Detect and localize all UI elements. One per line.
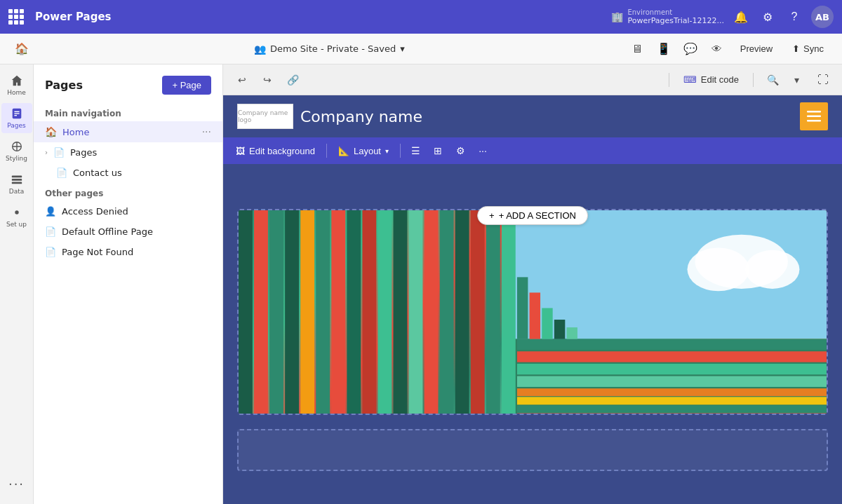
layout-button[interactable]: 📐 Layout ▾ (331, 143, 396, 159)
panel-title: Pages (45, 79, 83, 92)
settings-icon[interactable]: ⚙ (758, 7, 777, 27)
svg-rect-38 (517, 376, 827, 387)
nav-item-page-not-found[interactable]: 📄 Page Not Found (34, 242, 222, 262)
align-icon[interactable]: ☰ (405, 140, 426, 161)
hero-image (239, 210, 827, 414)
svg-rect-24 (347, 210, 361, 414)
env-info: Environment PowerPagesTrial-12122... (627, 8, 724, 25)
sync-button[interactable]: ⬆ Sync (785, 41, 831, 57)
edit-code-label: Edit code (701, 74, 739, 85)
main-nav-label: Main navigation (34, 103, 222, 121)
zoom-icon[interactable]: 🔍 (762, 69, 783, 90)
zoom-dropdown-icon[interactable]: ▾ (786, 69, 807, 90)
svg-rect-27 (394, 210, 408, 414)
expand-icon[interactable]: ⛶ (813, 69, 834, 90)
sidebar-panel: Pages + Page Main navigation 🏠 Home ··· … (34, 64, 223, 504)
sidebar-item-setup[interactable]: Set up (1, 202, 32, 232)
add-page-button[interactable]: + Page (162, 76, 211, 95)
sec-separator-1 (326, 144, 327, 158)
svg-rect-17 (239, 210, 253, 414)
component-settings-icon[interactable]: ⚙ (450, 140, 471, 161)
app-name: Power Pages (35, 11, 112, 23)
preview-label: Preview (740, 43, 773, 54)
more-options-icon[interactable]: ··· (472, 140, 493, 161)
layout-icon: 📐 (338, 146, 349, 156)
top-bar: Power Pages 🏢 Environment PowerPagesTria… (0, 0, 842, 34)
hamburger-menu-button[interactable] (800, 102, 828, 130)
nav-item-default-offline[interactable]: 📄 Default Offline Page (34, 222, 222, 242)
svg-rect-46 (554, 320, 565, 339)
home-page-icon: 🏠 (45, 126, 57, 137)
dropdown-caret-icon[interactable]: ▾ (400, 43, 405, 54)
notifications-icon[interactable]: 🔔 (731, 7, 751, 27)
page-canvas[interactable]: Company name logo Company name (223, 95, 842, 504)
svg-rect-11 (807, 120, 821, 122)
other-pages-label: Other pages (34, 183, 222, 201)
layout-caret-icon: ▾ (385, 147, 389, 155)
edit-bg-icon: 🖼 (236, 146, 245, 156)
company-logo: Company name logo (237, 104, 293, 129)
svg-rect-25 (362, 210, 376, 414)
link-button[interactable]: 🔗 (282, 69, 303, 90)
nav-item-pages[interactable]: › 📄 Pages (34, 142, 222, 163)
desktop-view-icon[interactable]: 🖥 (627, 39, 648, 60)
svg-rect-30 (440, 210, 454, 414)
home-page-label: Home (62, 127, 196, 137)
svg-rect-32 (471, 210, 485, 414)
sidebar-item-home[interactable]: Home (1, 70, 32, 100)
site-selector[interactable]: 👥 Demo Site - Private - Saved ▾ (38, 43, 621, 55)
undo-button[interactable]: ↩ (232, 69, 253, 90)
svg-rect-35 (517, 339, 827, 350)
avatar[interactable]: AB (811, 6, 834, 28)
edit-background-label: Edit background (249, 146, 315, 156)
nav-item-access-denied[interactable]: 👤 Access Denied (34, 201, 222, 222)
svg-rect-40 (517, 397, 827, 404)
add-page-label: + Page (172, 80, 201, 90)
eye-icon[interactable]: 👁 (707, 39, 728, 60)
distribute-icon[interactable]: ⊞ (427, 140, 448, 161)
nav-item-home[interactable]: 🏠 Home ··· (34, 121, 222, 142)
tablet-view-icon[interactable]: 📱 (653, 39, 674, 60)
sidebar-item-pages[interactable]: Pages (1, 103, 32, 133)
site-frame: Company name logo Company name (223, 95, 842, 504)
svg-point-8 (15, 210, 18, 214)
svg-rect-39 (517, 388, 827, 396)
comment-icon[interactable]: 💬 (680, 39, 701, 60)
pages-page-icon: 📄 (53, 147, 65, 158)
svg-point-15 (688, 247, 749, 291)
zoom-controls: 🔍 ▾ (762, 69, 807, 90)
edit-code-button[interactable]: ⌨ Edit code (678, 71, 744, 88)
svg-rect-26 (377, 210, 392, 414)
svg-point-16 (745, 250, 799, 289)
edit-background-button[interactable]: 🖼 Edit background (229, 143, 322, 159)
svg-rect-31 (455, 210, 469, 414)
site-header: Company name logo Company name (223, 95, 842, 137)
sidebar-item-data[interactable]: Data (1, 169, 32, 199)
sub-bar: 🏠 👥 Demo Site - Private - Saved ▾ 🖥 📱 💬 … (0, 34, 842, 64)
help-icon[interactable]: ? (784, 7, 804, 27)
panel-header: Pages + Page (34, 73, 222, 103)
svg-rect-19 (269, 210, 283, 414)
sec-separator-2 (400, 144, 401, 158)
hero-section (237, 209, 828, 415)
svg-rect-34 (502, 210, 516, 414)
redo-button[interactable]: ↪ (257, 69, 278, 90)
nav-item-contact-us[interactable]: 📄 Contact us (34, 163, 222, 183)
svg-rect-6 (11, 179, 21, 181)
svg-rect-37 (517, 364, 827, 374)
svg-rect-23 (331, 210, 345, 414)
waffle-icon[interactable] (8, 9, 24, 25)
access-denied-icon: 👤 (45, 206, 56, 217)
home-more-icon[interactable]: ··· (202, 126, 211, 137)
access-denied-label: Access Denied (62, 206, 211, 217)
sidebar-item-more[interactable]: ··· (1, 472, 32, 496)
page-not-found-icon: 📄 (45, 247, 56, 257)
home-nav-icon[interactable]: 🏠 (11, 39, 32, 60)
site-name: Demo Site - Private - Saved (270, 43, 396, 54)
preview-button[interactable]: Preview (733, 41, 780, 57)
add-section-button[interactable]: + + ADD A SECTION (477, 206, 588, 225)
svg-rect-42 (517, 413, 827, 414)
vscode-icon: ⌨ (683, 74, 697, 85)
page-not-found-label: Page Not Found (62, 247, 211, 257)
sidebar-item-styling[interactable]: Styling (1, 136, 32, 166)
